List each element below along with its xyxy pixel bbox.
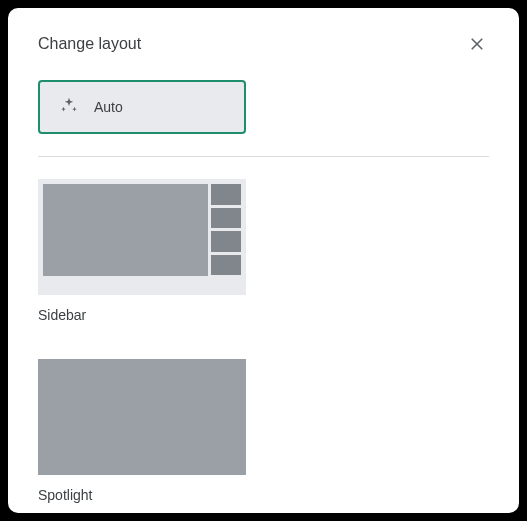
close-button[interactable] xyxy=(465,32,489,56)
sparkle-icon xyxy=(58,94,80,120)
layout-option-sidebar[interactable]: Sidebar xyxy=(38,179,246,323)
sidebar-thumbnail xyxy=(38,179,246,295)
change-layout-dialog: Change layout Auto Sid xyxy=(8,8,519,513)
layout-option-spotlight[interactable]: Spotlight xyxy=(38,359,246,503)
spotlight-label: Spotlight xyxy=(38,487,246,503)
auto-label: Auto xyxy=(94,99,123,115)
layout-options-grid: Sidebar Spotlight Tiled xyxy=(38,179,489,521)
divider xyxy=(38,156,489,157)
spotlight-thumbnail xyxy=(38,359,246,475)
dialog-header: Change layout xyxy=(38,32,489,56)
sidebar-label: Sidebar xyxy=(38,307,246,323)
dialog-title: Change layout xyxy=(38,35,141,53)
close-icon xyxy=(468,35,486,53)
auto-layout-button[interactable]: Auto xyxy=(38,80,246,134)
